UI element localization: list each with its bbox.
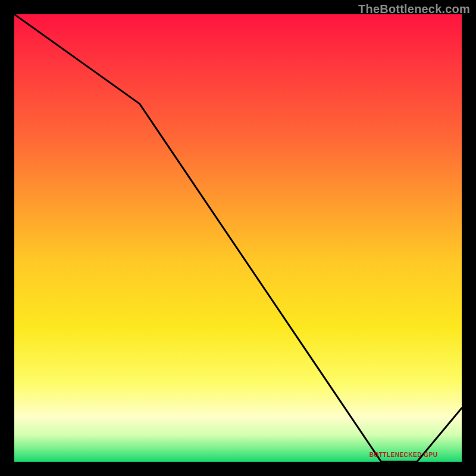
bottleneck-line	[14, 14, 462, 462]
plot-area: BOTTLENECKED GPU	[14, 14, 462, 462]
bottleneck-annotation: BOTTLENECKED GPU	[369, 452, 438, 458]
chart-canvas: TheBottleneck.com BOTTLENECKED GPU	[0, 0, 476, 476]
